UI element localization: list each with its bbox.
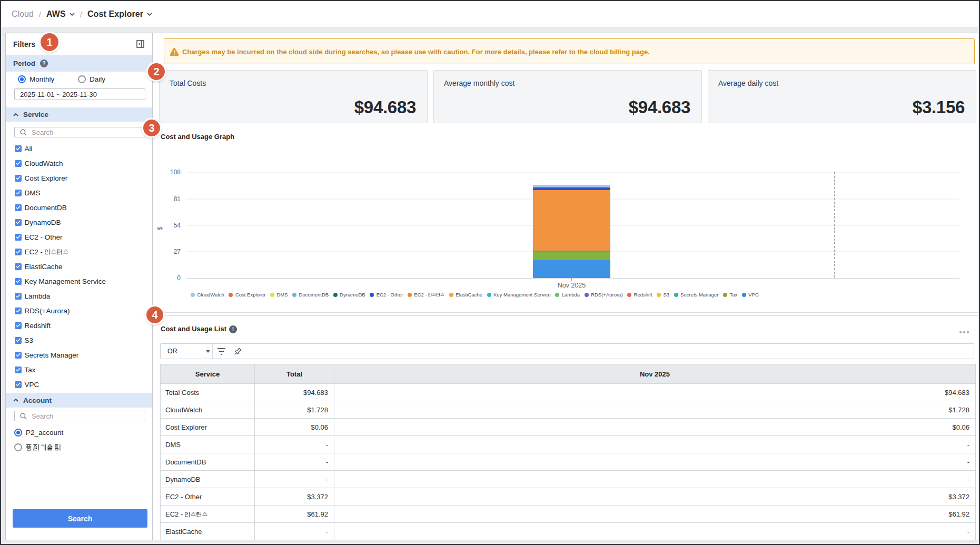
svg-text:$: $ xyxy=(156,226,164,230)
svg-text:108: 108 xyxy=(170,169,181,176)
svg-text:27: 27 xyxy=(174,248,181,255)
svg-text:Nov 2025: Nov 2025 xyxy=(558,282,586,289)
svg-text:54: 54 xyxy=(174,222,181,229)
svg-text:0: 0 xyxy=(177,274,181,282)
svg-text:81: 81 xyxy=(174,195,181,203)
